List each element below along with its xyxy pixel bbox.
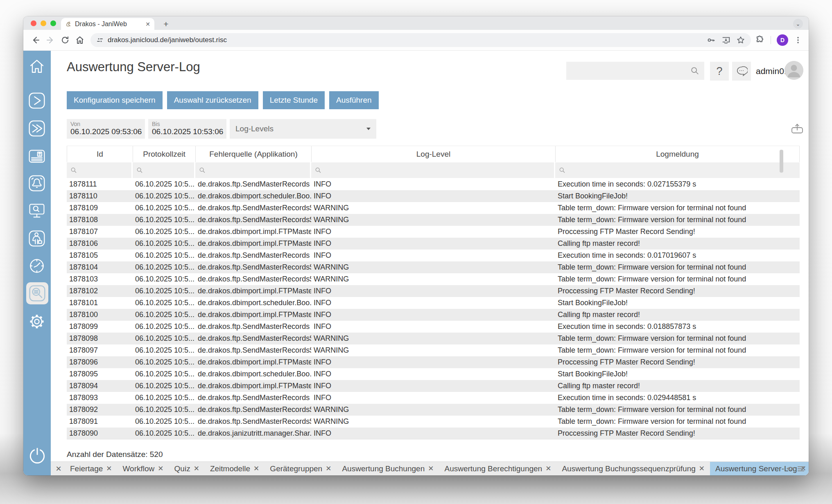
export-button[interactable] (790, 123, 804, 135)
sidebar-item-run[interactable] (28, 92, 46, 110)
sidebar-item-monitor-search[interactable] (28, 202, 46, 220)
reload-button[interactable] (58, 33, 72, 47)
close-tab-icon[interactable]: ✕ (194, 464, 199, 473)
table-row[interactable]: 187811006.10.2025 10:5...de.drakos.dbimp… (67, 190, 800, 202)
bottom-tab-zeitmodelle[interactable]: Zeitmodelle✕ (205, 462, 265, 475)
bottom-tab-quiz[interactable]: Quiz✕ (169, 462, 205, 475)
close-tab-icon[interactable]: ✕ (253, 464, 259, 473)
table-row[interactable]: 187810506.10.2025 10:5...de.drakos.ftp.S… (67, 250, 800, 261)
close-tab-icon[interactable]: ✕ (326, 464, 331, 473)
browser-profile-avatar[interactable]: D (777, 34, 788, 46)
sidebar-item-time[interactable] (28, 257, 46, 275)
table-row[interactable]: 187809206.10.2025 10:5...de.drakos.ftp.S… (67, 404, 800, 416)
date-to-field[interactable]: Bis 06.10.2025 10:53:06 (148, 119, 226, 139)
extensions-icon[interactable] (755, 35, 765, 45)
new-tab-button[interactable]: + (160, 18, 172, 30)
table-row[interactable]: 187810706.10.2025 10:5...de.drakos.dbimp… (67, 226, 800, 238)
last-hour-button[interactable]: Letzte Stunde (263, 91, 325, 109)
table-row[interactable]: 187810006.10.2025 10:5...de.drakos.dbimp… (67, 309, 800, 321)
bottom-tab-auswertung-buchungen[interactable]: Auswertung Buchungen✕ (337, 462, 439, 475)
close-tab-icon[interactable]: ✕ (106, 464, 112, 473)
close-tab-icon[interactable]: ✕ (545, 464, 551, 473)
tab-scroll-icons[interactable]: <> (787, 465, 794, 473)
table-row[interactable]: 187809506.10.2025 10:5...de.drakos.dbimp… (67, 368, 800, 380)
close-tab-icon[interactable]: ✕ (699, 464, 705, 473)
column-header-logmeldung[interactable]: Logmeldung (555, 146, 800, 162)
filter-input-logmeldung[interactable] (555, 162, 800, 178)
username-label[interactable]: admin01 (756, 62, 789, 81)
cell-message: Table term_down: Firmware version for te… (555, 261, 800, 273)
password-key-icon[interactable] (707, 36, 716, 45)
table-row[interactable]: 187809706.10.2025 10:5...de.drakos.ftp.S… (67, 344, 800, 356)
close-all-tabs-icon[interactable]: ✕ (52, 462, 65, 475)
tab-list-menu-icon[interactable] (797, 466, 805, 472)
filter-input-protokollzeit[interactable] (133, 162, 194, 178)
table-scrollbar[interactable] (780, 150, 783, 475)
close-tab-icon[interactable]: ✕ (158, 464, 163, 473)
save-configuration-button[interactable]: Konfiguration speichern (67, 91, 163, 109)
table-row[interactable]: 187810306.10.2025 10:5...de.drakos.ftp.S… (67, 273, 800, 285)
browser-tab[interactable]: Drakos - JaniWeb ✕ (61, 18, 154, 30)
table-row[interactable]: 187811106.10.2025 10:5...de.drakos.ftp.S… (67, 178, 800, 190)
filter-input-id[interactable] (67, 162, 131, 178)
column-header-fehlerquelle[interactable]: Fehlerquelle (Applikation) (195, 146, 311, 162)
bottom-tab-auswertung-buchungssequenzpr-fung[interactable]: Auswertung Buchungssequenzprüfung✕ (556, 462, 710, 475)
bottom-tab-feiertage[interactable]: Feiertage✕ (65, 462, 118, 475)
url-bar[interactable]: drakos.janicloud.de/janiweb/outest.risc (90, 33, 751, 47)
table-row[interactable]: 187809406.10.2025 10:5...de.drakos.dbimp… (67, 380, 800, 392)
minimize-window-button[interactable] (41, 20, 46, 26)
user-avatar[interactable] (785, 61, 803, 80)
sidebar-item-settings[interactable] (28, 313, 46, 331)
scrollbar-thumb[interactable] (780, 150, 783, 173)
close-tab-icon[interactable]: ✕ (428, 464, 434, 473)
close-window-button[interactable] (31, 20, 36, 26)
filter-input-loglevel[interactable] (311, 162, 554, 178)
cell-level: INFO (311, 356, 555, 368)
sidebar-item-fast-forward[interactable] (28, 119, 46, 137)
install-app-icon[interactable] (721, 36, 730, 45)
home-button[interactable] (72, 33, 87, 47)
zoom-window-button[interactable] (50, 20, 56, 26)
sidebar-item-server-log[interactable] (26, 282, 48, 304)
table-row[interactable]: 187810806.10.2025 10:5...de.drakos.ftp.S… (67, 214, 800, 226)
table-row[interactable]: 187810106.10.2025 10:5...de.drakos.dbimp… (67, 297, 800, 309)
sidebar-item-notifications[interactable] (28, 174, 46, 192)
bottom-tab-workflow[interactable]: Workflow✕ (118, 462, 169, 475)
date-from-field[interactable]: Von 06.10.2025 09:53:06 (67, 119, 145, 139)
site-settings-icon[interactable] (96, 36, 104, 44)
bookmark-star-icon[interactable] (736, 36, 745, 45)
sidebar-item-id-card[interactable] (28, 147, 46, 165)
sidebar-item-home[interactable] (28, 58, 46, 76)
table-row[interactable]: 187810206.10.2025 10:5...de.drakos.dbimp… (67, 285, 800, 297)
forward-button[interactable] (43, 33, 58, 47)
column-header-id[interactable]: Id (67, 146, 133, 162)
chat-button[interactable] (732, 62, 751, 81)
back-button[interactable] (28, 33, 43, 47)
execute-button[interactable]: Ausführen (329, 91, 379, 109)
tab-search-button[interactable]: ⌄ (793, 19, 803, 29)
global-search-input[interactable] (566, 62, 704, 80)
date-from-value[interactable]: 06.10.2025 09:53:06 (70, 127, 142, 136)
help-button[interactable]: ? (710, 62, 729, 81)
loglevels-select[interactable]: Log-Levels (230, 119, 376, 139)
table-row[interactable]: 187809806.10.2025 10:5...de.drakos.ftp.S… (67, 333, 800, 344)
filter-input-fehlerquelle[interactable] (195, 162, 310, 178)
column-header-loglevel[interactable]: Log-Level (311, 146, 555, 162)
logout-power-button[interactable] (27, 446, 47, 466)
table-row[interactable]: 187810406.10.2025 10:5...de.drakos.ftp.S… (67, 261, 800, 273)
reset-selection-button[interactable]: Auswahl zurücksetzen (167, 91, 258, 109)
close-tab-icon[interactable]: ✕ (145, 21, 150, 27)
sidebar-item-personnel[interactable] (28, 230, 46, 248)
date-to-value[interactable]: 06.10.2025 10:53:06 (152, 127, 223, 136)
table-row[interactable]: 187809106.10.2025 10:5...de.drakos.ftp.S… (67, 416, 800, 428)
column-header-protokollzeit[interactable]: Protokollzeit (133, 146, 195, 162)
table-row[interactable]: 187809006.10.2025 10:5...de.drakos.janiz… (67, 428, 800, 439)
table-row[interactable]: 187810906.10.2025 10:5...de.drakos.ftp.S… (67, 202, 800, 214)
table-row[interactable]: 187810606.10.2025 10:5...de.drakos.dbimp… (67, 238, 800, 250)
bottom-tab-auswertung-berechtigungen[interactable]: Auswertung Berechtigungen✕ (439, 462, 556, 475)
table-row[interactable]: 187809306.10.2025 10:5...de.drakos.ftp.S… (67, 392, 800, 404)
table-row[interactable]: 187809606.10.2025 10:5...de.drakos.dbimp… (67, 356, 800, 368)
table-row[interactable]: 187809906.10.2025 10:5...de.drakos.ftp.S… (67, 321, 800, 333)
bottom-tab-ger-tegruppen[interactable]: Gerätegruppen✕ (265, 462, 337, 475)
browser-menu-icon[interactable] (794, 36, 802, 44)
